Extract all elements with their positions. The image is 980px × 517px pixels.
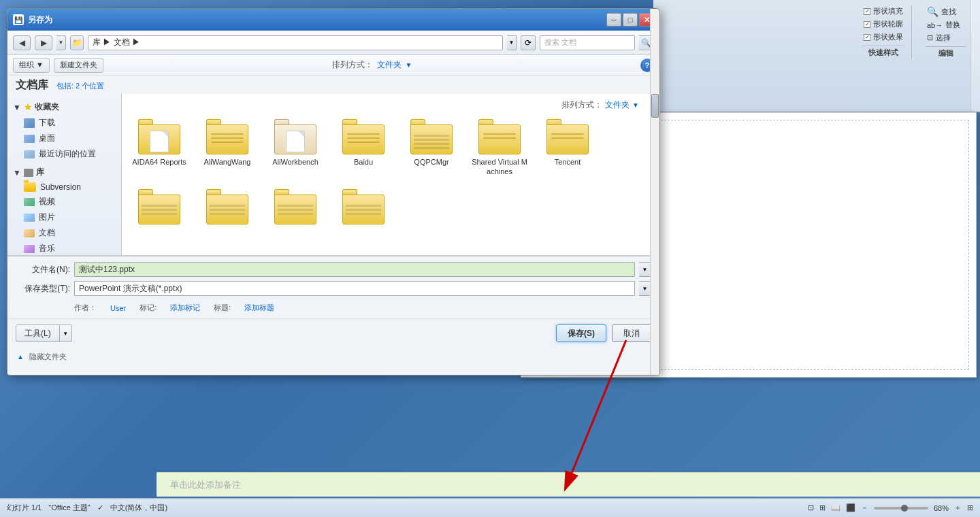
file-grid-scrollbar[interactable] [650, 94, 659, 255]
libraries-header[interactable]: ▼ 库 [10, 165, 118, 180]
sort-by-arrow[interactable]: ▼ [632, 101, 639, 109]
filetype-label: 保存类型(T): [16, 283, 70, 295]
shape-outline-btn[interactable]: ✓ 形状轮廓 [862, 18, 904, 30]
tools-btn[interactable]: 工具(L) [16, 324, 60, 342]
subversion-icon [24, 182, 36, 192]
forward-btn[interactable]: ▶ [35, 35, 52, 50]
replace-btn[interactable]: ab→ 替换 [926, 19, 966, 31]
folder-row2-3[interactable] [265, 186, 326, 227]
meta-row: 作者： User 标记: 添加标记 标题: 添加标题 [16, 300, 651, 313]
organize-label: 组织 ▼ [19, 60, 44, 70]
folders-row-2 [129, 186, 653, 227]
hide-folders-row[interactable]: ▲ 隐藏文件夹 [7, 348, 659, 366]
shape-fill-label: 形状填充 [873, 6, 903, 16]
filename-input[interactable] [74, 262, 635, 277]
folder-row2-2[interactable] [197, 186, 258, 227]
view-normal-icon[interactable]: ⊡ [808, 503, 814, 512]
view-slide-icon[interactable]: ⊞ [819, 503, 826, 512]
sidebar-item-subversion[interactable]: Subversion [10, 180, 118, 194]
find-btn[interactable]: 🔍 查找 [926, 5, 966, 18]
sidebar-item-desktop[interactable]: 桌面 [10, 131, 118, 146]
address-bar[interactable]: 库 ▶ 文档 ▶ [88, 35, 503, 50]
language-info: 中文(简体，中国) [110, 503, 167, 513]
ribbon-shape-group: ✓ 形状填充 ✓ 形状轮廓 ✓ 形状效果 快速样式 [862, 5, 912, 59]
documents-label: 文档 [39, 227, 55, 239]
folder-shared-vm-label: Shared Virtual Machines [472, 157, 527, 177]
sidebar-item-music[interactable]: 音乐 [10, 241, 118, 255]
video-label: 视频 [39, 196, 55, 207]
ribbon-edit-group: 🔍 查找 ab→ 替换 ⊡ 选择 编辑 [926, 5, 973, 59]
save-btn[interactable]: 保存(S) [556, 324, 606, 342]
folder-aida64[interactable]: AIDA64 Reports [129, 116, 190, 180]
folder-shared-vm[interactable]: Shared Virtual Machines [469, 116, 530, 180]
filename-row: 文件名(N): ▼ [16, 262, 651, 277]
folder-aliwangwang[interactable]: AliWangWang [197, 116, 258, 180]
folder-qqpcmgr-icon [410, 119, 453, 154]
fit-btn[interactable]: ⊞ [967, 503, 973, 512]
minimize-btn[interactable]: ─ [606, 13, 621, 27]
folder-row2-4[interactable] [333, 186, 394, 227]
documents-icon [24, 229, 35, 237]
zoom-in-btn[interactable]: ＋ [954, 503, 962, 513]
cancel-btn[interactable]: 取消 [612, 324, 651, 342]
cancel-label: 取消 [623, 328, 640, 339]
dialog-toolbar: ◀ ▶ ▼ 📁 库 ▶ 文档 ▶ ▼ ⟳ 搜索 文档 🔍 [7, 31, 659, 55]
library-header-row: 文档库 包括: 2 个位置 [7, 76, 659, 94]
sort-label: 排列方式： [332, 59, 373, 71]
nav-dropdown-btn[interactable]: ▼ [56, 35, 66, 50]
select-btn[interactable]: ⊡ 选择 [926, 32, 966, 44]
new-folder-btn[interactable]: 新建文件夹 [54, 58, 103, 73]
sidebar-item-recent[interactable]: 最近访问的位置 [10, 146, 118, 162]
libraries-label: 库 [36, 167, 44, 178]
sort-value[interactable]: 文件夹 [377, 59, 402, 71]
folder-aliworkbench[interactable]: AliWorkbench [265, 116, 326, 180]
recent-icon [24, 150, 35, 159]
libraries-section: ▼ 库 Subversion 视频 图片 [10, 165, 118, 255]
refresh-btn[interactable]: ⟳ [521, 35, 536, 50]
tools-arrow[interactable]: ▼ [60, 324, 72, 342]
save-as-dialog: 💾 另存为 ─ □ ✕ ◀ ▶ ▼ 📁 库 ▶ 文档 ▶ ▼ ⟳ 搜索 文档 🔍 [7, 8, 660, 376]
folder-row2-1[interactable] [129, 186, 190, 227]
search-box[interactable]: 搜索 文档 [540, 35, 635, 50]
sidebar-item-images[interactable]: 图片 [10, 210, 118, 225]
folder-qqpcmgr[interactable]: QQPCMgr [401, 116, 462, 180]
folder-tencent[interactable]: Tencent [537, 116, 598, 180]
folder-row2-3-icon [274, 189, 316, 224]
tags-value[interactable]: 添加标记 [170, 303, 200, 313]
back-btn[interactable]: ◀ [13, 35, 31, 50]
folder-shared-vm-icon [478, 119, 521, 154]
restore-btn[interactable]: □ [623, 13, 638, 27]
filename-label: 文件名(N): [16, 264, 70, 276]
shape-effect-btn[interactable]: ✓ 形状效果 [862, 31, 904, 43]
view-reading-icon[interactable]: 📖 [831, 503, 840, 512]
comment-bar[interactable]: 单击此处添加备注 [157, 472, 980, 497]
ribbon-scrollbar[interactable] [970, 0, 980, 112]
sidebar-item-video[interactable]: 视频 [10, 194, 118, 210]
sidebar: ▼ ★ 收藏夹 下载 桌面 最近访问的位置 [7, 94, 122, 255]
organize-btn[interactable]: 组织 ▼ [13, 58, 50, 73]
recent-locations-btn[interactable]: 📁 [70, 35, 84, 50]
folder-baidu[interactable]: Baidu [333, 116, 394, 180]
view-slideshow-icon[interactable]: ⬛ [846, 503, 855, 512]
title-value[interactable]: 添加标题 [244, 303, 274, 313]
zoom-out-btn[interactable]: － [861, 503, 868, 513]
folder-baidu-icon [342, 119, 385, 154]
sort-by-value[interactable]: 文件夹 [605, 99, 630, 111]
theme-info: "Office 主题" [48, 503, 90, 513]
filetype-input[interactable] [74, 281, 635, 296]
sidebar-item-documents[interactable]: 文档 [10, 225, 118, 241]
shape-effect-check: ✓ [864, 34, 870, 41]
ribbon-panel: ✓ 形状填充 ✓ 形状轮廓 ✓ 形状效果 快速样式 🔍 查找 ab→ 替换 [653, 0, 980, 112]
folder-tencent-label: Tencent [555, 157, 581, 167]
sidebar-item-download[interactable]: 下载 [10, 115, 118, 131]
author-value[interactable]: User [110, 304, 126, 312]
dialog-title: 另存为 [28, 14, 52, 26]
address-dropdown[interactable]: ▼ [507, 35, 517, 50]
zoom-slider[interactable] [874, 507, 928, 510]
sort-arrow[interactable]: ▼ [406, 61, 412, 69]
titlebar-buttons: ─ □ ✕ [606, 13, 654, 27]
favorites-header[interactable]: ▼ ★ 收藏夹 [10, 99, 118, 115]
hide-folders-label: 隐藏文件夹 [29, 352, 67, 362]
filetype-row: 保存类型(T): ▼ [16, 281, 651, 296]
shape-fill-btn[interactable]: ✓ 形状填充 [862, 5, 904, 17]
